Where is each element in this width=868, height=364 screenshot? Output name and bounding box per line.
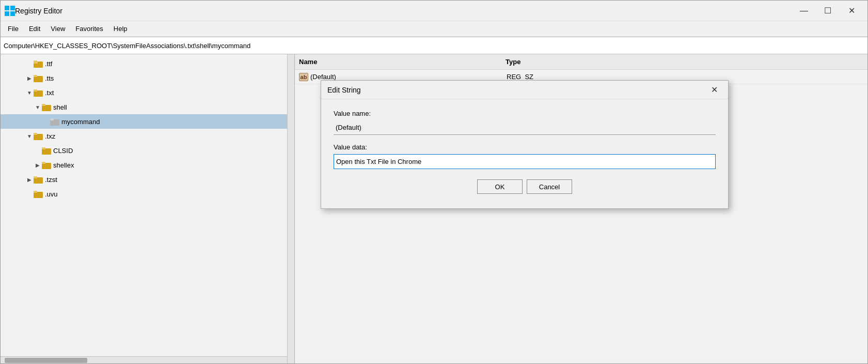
window-controls: — ☐ ✕ <box>792 3 863 19</box>
value-data-label: Value data: <box>334 143 716 151</box>
address-path: Computer\HKEY_CLASSES_ROOT\SystemFileAss… <box>4 42 250 50</box>
dialog-title: Edit String <box>327 86 706 94</box>
value-name-field: (Default) <box>334 120 716 135</box>
menu-edit[interactable]: Edit <box>24 23 45 35</box>
ok-button[interactable]: OK <box>477 179 523 194</box>
dialog-buttons: OK Cancel <box>334 179 716 198</box>
value-name-label: Value name: <box>334 110 716 117</box>
menu-bar: File Edit View Favorites Help <box>1 21 867 37</box>
menu-help[interactable]: Help <box>108 23 133 35</box>
edit-string-dialog: Edit String ✕ Value name: (Default) Valu… <box>321 80 729 209</box>
menu-favorites[interactable]: Favorites <box>70 23 108 35</box>
maximize-button[interactable]: ☐ <box>816 3 840 19</box>
window-title: Registry Editor <box>15 7 792 15</box>
minimize-button[interactable]: — <box>792 3 816 19</box>
registry-editor-window: Registry Editor — ☐ ✕ File Edit View Fav… <box>0 0 868 364</box>
dialog-close-button[interactable]: ✕ <box>706 83 722 97</box>
value-data-input[interactable] <box>334 154 716 169</box>
app-icon <box>5 6 15 16</box>
close-button[interactable]: ✕ <box>840 3 863 19</box>
dialog-title-bar: Edit String ✕ <box>321 81 728 99</box>
menu-view[interactable]: View <box>45 23 70 35</box>
menu-file[interactable]: File <box>3 23 24 35</box>
cancel-button[interactable]: Cancel <box>527 179 572 194</box>
title-bar: Registry Editor — ☐ ✕ <box>1 1 867 21</box>
dialog-body: Value name: (Default) Value data: OK Can… <box>321 99 728 208</box>
main-content: .ttf ▶ .tts <box>1 54 867 363</box>
address-bar: Computer\HKEY_CLASSES_ROOT\SystemFileAss… <box>1 37 867 54</box>
